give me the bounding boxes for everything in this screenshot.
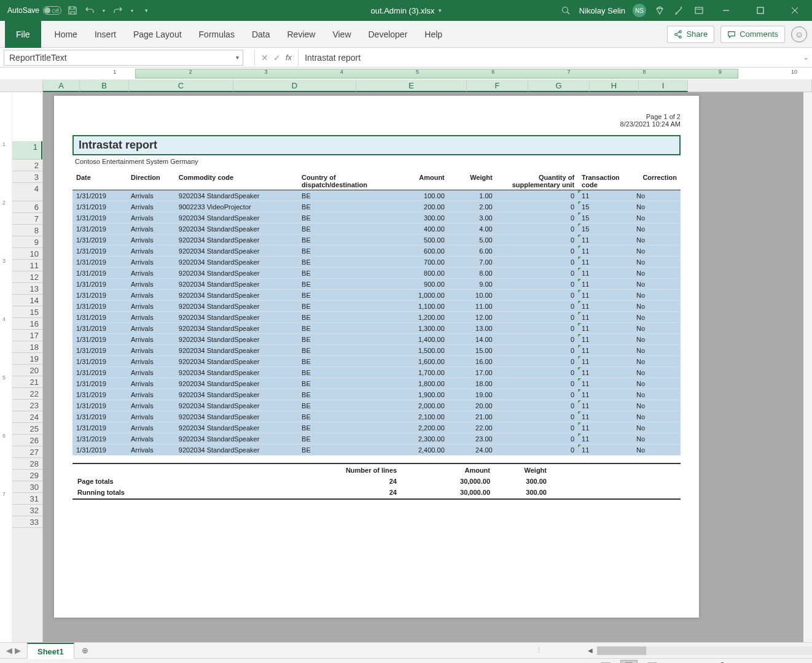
row-header[interactable]: 29 bbox=[12, 470, 42, 481]
ribbon-tab-home[interactable]: Home bbox=[46, 21, 86, 48]
row-header[interactable]: 27 bbox=[12, 446, 42, 458]
row-header[interactable]: 3 bbox=[12, 171, 42, 183]
name-box-dropdown-icon[interactable]: ▾ bbox=[236, 54, 239, 61]
view-normal-icon[interactable] bbox=[597, 660, 614, 664]
row-header[interactable]: 10 bbox=[12, 248, 42, 260]
user-avatar[interactable]: NS bbox=[633, 4, 646, 17]
table-row[interactable]: 1/31/2019Arrivals9202034 StandardSpeaker… bbox=[72, 257, 681, 268]
view-page-break-icon[interactable] bbox=[644, 660, 661, 664]
column-header-H[interactable]: H bbox=[590, 80, 639, 92]
undo-dropdown-icon[interactable]: ▾ bbox=[101, 4, 107, 17]
row-header[interactable]: 9 bbox=[12, 236, 42, 248]
row-header[interactable]: 1 bbox=[12, 141, 42, 160]
formula-input[interactable] bbox=[299, 50, 800, 66]
table-row[interactable]: 1/31/2019Arrivals9202034 StandardSpeaker… bbox=[72, 422, 681, 433]
row-header[interactable]: 31 bbox=[12, 493, 42, 505]
row-header[interactable]: 33 bbox=[12, 516, 42, 528]
title-dropdown-icon[interactable]: ▾ bbox=[439, 7, 442, 14]
fx-icon[interactable]: fx bbox=[286, 53, 292, 62]
table-row[interactable]: 1/31/2019Arrivals9202034 StandardSpeaker… bbox=[72, 279, 681, 290]
row-header[interactable]: 16 bbox=[12, 318, 42, 330]
name-box[interactable]: ReportTitleText ▾ bbox=[4, 50, 243, 66]
coming-soon-icon[interactable] bbox=[673, 4, 685, 17]
formula-expand-icon[interactable]: ⌄ bbox=[800, 54, 812, 61]
table-row[interactable]: 1/31/2019Arrivals9202034 StandardSpeaker… bbox=[72, 212, 681, 223]
horizontal-scrollbar[interactable]: ◀ ▶ bbox=[585, 645, 812, 657]
table-row[interactable]: 1/31/2019Arrivals9202034 StandardSpeaker… bbox=[72, 190, 681, 201]
comments-button[interactable]: Comments bbox=[720, 26, 785, 43]
sheet-tab-sheet1[interactable]: Sheet1 bbox=[27, 643, 74, 659]
row-header[interactable]: 20 bbox=[12, 365, 42, 376]
ribbon-tab-file[interactable]: File bbox=[5, 21, 41, 48]
table-row[interactable]: 1/31/2019Arrivals9202034 StandardSpeaker… bbox=[72, 301, 681, 312]
save-icon[interactable] bbox=[66, 4, 79, 17]
ribbon-tab-developer[interactable]: Developer bbox=[360, 21, 416, 48]
table-row[interactable]: 1/31/2019Arrivals9202034 StandardSpeaker… bbox=[72, 268, 681, 279]
select-all-corner[interactable] bbox=[0, 80, 43, 92]
table-row[interactable]: 1/31/2019Arrivals9202034 StandardSpeaker… bbox=[72, 246, 681, 257]
table-row[interactable]: 1/31/2019Arrivals9202034 StandardSpeaker… bbox=[72, 223, 681, 235]
row-header[interactable]: 19 bbox=[12, 353, 42, 365]
row-header[interactable]: 24 bbox=[12, 411, 42, 423]
view-page-layout-icon[interactable] bbox=[620, 660, 638, 664]
ribbon-tab-insert[interactable]: Insert bbox=[86, 21, 125, 48]
redo-icon[interactable] bbox=[112, 4, 124, 17]
table-row[interactable]: 1/31/2019Arrivals9202034 StandardSpeaker… bbox=[72, 444, 681, 456]
enter-formula-icon[interactable]: ✓ bbox=[273, 53, 281, 63]
row-header[interactable]: 2 bbox=[12, 160, 42, 171]
table-row[interactable]: 1/31/2019Arrivals9202034 StandardSpeaker… bbox=[72, 235, 681, 246]
search-icon[interactable] bbox=[560, 4, 572, 17]
report-title-cell[interactable]: Intrastat report bbox=[72, 135, 681, 155]
table-row[interactable]: 1/31/2019Arrivals9202034 StandardSpeaker… bbox=[72, 433, 681, 444]
ribbon-tab-page-layout[interactable]: Page Layout bbox=[125, 21, 190, 48]
vertical-scrollbar[interactable] bbox=[803, 92, 812, 642]
add-sheet-button[interactable]: ⊕ bbox=[78, 643, 93, 658]
row-header[interactable]: 21 bbox=[12, 376, 42, 388]
table-row[interactable]: 1/31/2019Arrivals9202034 StandardSpeaker… bbox=[72, 378, 681, 389]
maximize-button[interactable] bbox=[747, 0, 774, 21]
ribbon-tab-review[interactable]: Review bbox=[279, 21, 324, 48]
tab-nav-next-icon[interactable]: ▶ bbox=[15, 646, 21, 655]
redo-dropdown-icon[interactable]: ▾ bbox=[129, 4, 135, 17]
table-row[interactable]: 1/31/2019Arrivals9202034 StandardSpeaker… bbox=[72, 290, 681, 301]
column-header-B[interactable]: B bbox=[80, 80, 129, 92]
table-row[interactable]: 1/31/2019Arrivals9202034 StandardSpeaker… bbox=[72, 323, 681, 334]
row-header[interactable]: 32 bbox=[12, 505, 42, 516]
column-header-A[interactable]: A bbox=[43, 80, 80, 92]
qat-customize-icon[interactable]: ▾ bbox=[140, 4, 152, 17]
ribbon-tab-view[interactable]: View bbox=[324, 21, 359, 48]
table-row[interactable]: 1/31/2019Arrivals9202034 StandardSpeaker… bbox=[72, 345, 681, 356]
row-header[interactable]: 25 bbox=[12, 423, 42, 435]
ribbon-tab-data[interactable]: Data bbox=[243, 21, 279, 48]
tab-nav-prev-icon[interactable]: ◀ bbox=[6, 646, 12, 655]
column-header-C[interactable]: C bbox=[129, 80, 233, 92]
hscroll-thumb[interactable] bbox=[597, 646, 646, 655]
share-button[interactable]: Share bbox=[667, 26, 714, 43]
row-header[interactable]: 14 bbox=[12, 295, 42, 306]
row-header[interactable]: 17 bbox=[12, 330, 42, 341]
column-header-F[interactable]: F bbox=[467, 80, 528, 92]
ribbon-display-icon[interactable] bbox=[693, 4, 705, 17]
ribbon-tab-formulas[interactable]: Formulas bbox=[190, 21, 243, 48]
row-header[interactable]: 26 bbox=[12, 435, 42, 446]
row-header[interactable]: 18 bbox=[12, 341, 42, 353]
row-header[interactable]: 11 bbox=[12, 260, 42, 271]
table-row[interactable]: 1/31/2019Arrivals9202034 StandardSpeaker… bbox=[72, 356, 681, 367]
table-row[interactable]: 1/31/2019Arrivals9202034 StandardSpeaker… bbox=[72, 400, 681, 411]
row-header[interactable]: 30 bbox=[12, 481, 42, 493]
feedback-icon[interactable]: ☺ bbox=[791, 26, 807, 42]
column-header-E[interactable]: E bbox=[356, 80, 467, 92]
table-row[interactable]: 1/31/2019Arrivals9202034 StandardSpeaker… bbox=[72, 367, 681, 378]
row-header[interactable]: 28 bbox=[12, 458, 42, 470]
row-header[interactable]: 12 bbox=[12, 271, 42, 283]
vertical-ruler[interactable]: 1234567 bbox=[0, 92, 12, 642]
table-row[interactable]: 1/31/2019Arrivals9202034 StandardSpeaker… bbox=[72, 312, 681, 323]
table-row[interactable]: 1/31/2019Arrivals9202034 StandardSpeaker… bbox=[72, 389, 681, 400]
cancel-formula-icon[interactable]: ✕ bbox=[261, 53, 268, 63]
column-header-D[interactable]: D bbox=[233, 80, 356, 92]
autosave-toggle[interactable]: AutoSave Off bbox=[7, 6, 61, 15]
user-name[interactable]: Nikolay Selin bbox=[579, 6, 625, 15]
row-header[interactable]: 13 bbox=[12, 283, 42, 295]
diamond-icon[interactable] bbox=[654, 4, 666, 17]
row-header[interactable]: 4 bbox=[12, 183, 42, 201]
